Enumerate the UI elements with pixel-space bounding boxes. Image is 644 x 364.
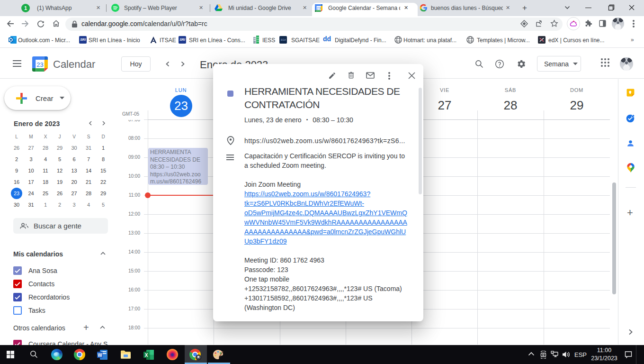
svg-text:X: X [145, 353, 148, 358]
svg-text:W: W [98, 353, 102, 358]
svg-text:23: 23 [317, 6, 321, 10]
svg-text:23: 23 [36, 61, 43, 68]
